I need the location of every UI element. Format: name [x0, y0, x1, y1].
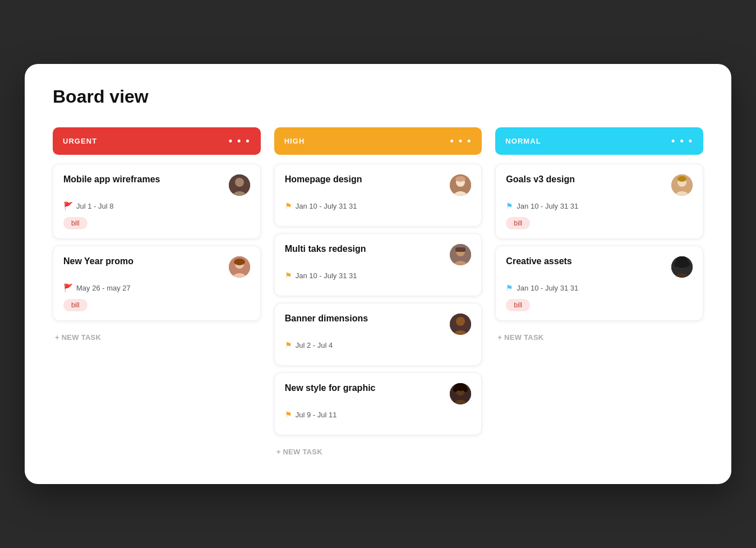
- svg-rect-14: [455, 247, 465, 252]
- task-date-7: ⚑ Jan 10 - July 31 31: [506, 201, 693, 210]
- task-date-8: ⚑ Jan 10 - July 31 31: [506, 283, 693, 292]
- svg-point-27: [677, 176, 686, 182]
- column-menu-high[interactable]: • • •: [450, 135, 472, 147]
- flag-icon-4: ⚑: [285, 271, 292, 280]
- flag-icon-2: 🚩: [63, 283, 73, 292]
- task-card-header-3: Homepage design: [285, 174, 472, 196]
- avatar-1: [229, 174, 250, 196]
- app-container: Board view URGENT • • • Mobile app wiref…: [25, 64, 731, 484]
- column-normal: NORMAL • • • Goals v3 design: [495, 127, 703, 342]
- page-title: Board view: [53, 86, 703, 107]
- date-text-6: Jul 9 - Jul 11: [296, 411, 337, 419]
- task-card-2: New Year promo 🚩 May 26 - may 27 bil: [53, 246, 261, 321]
- avatar-5: [450, 314, 471, 335]
- task-card-1: Mobile app wireframes 🚩 Jul 1 - Jul 8 bi…: [53, 164, 261, 239]
- column-label-high: HIGH: [284, 137, 305, 145]
- new-task-btn-high[interactable]: + NEW TASK: [274, 442, 482, 456]
- flag-icon-7: ⚑: [506, 201, 513, 210]
- flag-icon-3: ⚑: [285, 201, 292, 210]
- tag-2: bill: [63, 299, 87, 311]
- task-card-header-5: Banner dimensions: [285, 314, 472, 335]
- date-text-5: Jul 2 - Jul 4: [296, 341, 333, 349]
- svg-point-22: [453, 386, 458, 392]
- task-title-4: Multi taks redesign: [285, 244, 450, 254]
- task-title-5: Banner dimensions: [285, 314, 450, 324]
- task-card-header-2: New Year promo: [63, 256, 250, 278]
- task-card-4: Multi taks redesign ⚑ Jan 10 - July 31 3…: [274, 233, 482, 296]
- task-card-header-7: Goals v3 design: [506, 174, 693, 196]
- task-title-8: Creative assets: [506, 256, 671, 266]
- column-header-high: HIGH • • •: [274, 127, 482, 155]
- column-menu-normal[interactable]: • • •: [671, 135, 693, 147]
- task-card-6: New style for graphic: [274, 372, 482, 435]
- avatar-8: [671, 256, 693, 278]
- flag-icon-6: ⚑: [285, 410, 292, 419]
- new-task-btn-urgent[interactable]: + NEW TASK: [53, 328, 261, 342]
- column-high: HIGH • • • Homepage design: [274, 127, 482, 456]
- column-label-normal: NORMAL: [505, 137, 541, 145]
- column-header-normal: NORMAL • • •: [495, 127, 703, 155]
- task-card-8: Creative assets ⚑: [495, 246, 703, 321]
- avatar-2: [229, 256, 250, 278]
- svg-point-1: [235, 178, 244, 187]
- task-date-2: 🚩 May 26 - may 27: [63, 283, 250, 292]
- avatar-7: [671, 174, 693, 196]
- tag-1: bill: [63, 217, 87, 229]
- task-title-6: New style for graphic: [285, 383, 450, 393]
- svg-point-6: [234, 259, 245, 265]
- flag-icon-8: ⚑: [506, 283, 513, 292]
- date-text-8: Jan 10 - July 31 31: [517, 284, 578, 292]
- task-card-7: Goals v3 design ⚑ Jan 10 - July 31 31: [495, 164, 703, 239]
- task-card-header-6: New style for graphic: [285, 383, 472, 404]
- task-date-1: 🚩 Jul 1 - Jul 8: [63, 201, 250, 210]
- task-title-1: Mobile app wireframes: [63, 174, 229, 185]
- task-card-5: Banner dimensions ⚑ Jul 2 - Jul 4: [274, 303, 482, 366]
- avatar-6: [450, 383, 471, 404]
- svg-point-10: [455, 176, 465, 182]
- task-card-header-4: Multi taks redesign: [285, 244, 472, 265]
- task-date-4: ⚑ Jan 10 - July 31 31: [285, 271, 472, 280]
- flag-icon-1: 🚩: [63, 201, 73, 210]
- avatar-3: [450, 174, 471, 196]
- task-title-3: Homepage design: [285, 174, 450, 185]
- column-menu-urgent[interactable]: • • •: [229, 135, 251, 147]
- date-text-1: Jul 1 - Jul 8: [76, 202, 113, 210]
- task-date-3: ⚑ Jan 10 - July 31 31: [285, 201, 472, 210]
- date-text-3: Jan 10 - July 31 31: [296, 202, 357, 210]
- column-header-urgent: URGENT • • •: [53, 127, 261, 155]
- date-text-7: Jan 10 - July 31 31: [517, 202, 578, 210]
- board-columns: URGENT • • • Mobile app wireframes: [53, 127, 703, 456]
- flag-icon-5: ⚑: [285, 340, 292, 349]
- date-text-2: May 26 - may 27: [76, 284, 131, 292]
- svg-point-32: [674, 261, 680, 267]
- tag-8: bill: [506, 299, 530, 311]
- task-title-2: New Year promo: [63, 256, 229, 266]
- svg-point-23: [463, 386, 468, 392]
- svg-point-33: [684, 261, 690, 267]
- task-card-header-8: Creative assets: [506, 256, 693, 278]
- column-label-urgent: URGENT: [63, 137, 97, 145]
- avatar-4: [450, 244, 471, 265]
- task-card-3: Homepage design ⚑ Jan 10 - July 31 31: [274, 164, 482, 227]
- task-date-6: ⚑ Jul 9 - Jul 11: [285, 410, 472, 419]
- svg-point-16: [456, 317, 465, 326]
- task-title-7: Goals v3 design: [506, 174, 671, 185]
- tag-7: bill: [506, 217, 530, 229]
- column-urgent: URGENT • • • Mobile app wireframes: [53, 127, 261, 342]
- date-text-4: Jan 10 - July 31 31: [296, 271, 357, 280]
- task-card-header-1: Mobile app wireframes: [63, 174, 250, 196]
- task-date-5: ⚑ Jul 2 - Jul 4: [285, 340, 472, 349]
- new-task-btn-normal[interactable]: + NEW TASK: [495, 328, 703, 342]
